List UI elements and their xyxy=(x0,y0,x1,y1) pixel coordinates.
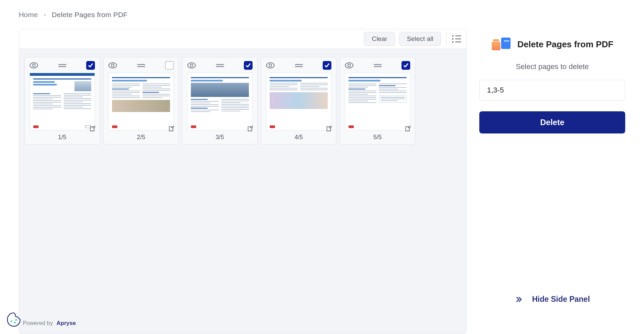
hide-side-panel-button[interactable]: Hide Side Panel xyxy=(479,295,625,304)
page-select-checkbox[interactable] xyxy=(401,61,410,70)
drag-handle-icon[interactable] xyxy=(373,64,382,67)
page-preview-image xyxy=(108,73,174,130)
clear-button[interactable]: Clear xyxy=(364,32,395,46)
delete-pages-tool-icon: PDF xyxy=(491,38,511,50)
page-preview-image xyxy=(30,73,95,130)
cookie-icon[interactable] xyxy=(5,311,22,328)
page-thumbnail[interactable]: 1/5 xyxy=(24,57,100,145)
page-preview-image xyxy=(266,73,331,130)
panel-subtitle: Select pages to delete xyxy=(479,62,625,71)
preview-icon[interactable] xyxy=(266,62,275,68)
hide-side-panel-label: Hide Side Panel xyxy=(532,295,590,304)
preview-icon[interactable] xyxy=(30,62,38,68)
page-select-checkbox[interactable] xyxy=(165,61,174,70)
page-thumbnail[interactable]: 3/5 xyxy=(182,57,258,145)
preview-icon[interactable] xyxy=(345,62,354,68)
page-range-input[interactable] xyxy=(479,80,625,101)
drag-handle-icon[interactable] xyxy=(294,64,304,67)
rotate-page-icon[interactable] xyxy=(404,125,412,133)
chevron-right-icon: › xyxy=(44,12,46,18)
viewer-panel: Clear Select all 1/52/53/54/55/5 xyxy=(19,29,467,334)
svg-point-0 xyxy=(33,64,35,67)
drag-handle-icon[interactable] xyxy=(137,64,146,67)
viewer-toolbar: Clear Select all xyxy=(19,29,467,49)
side-panel: PDF Delete Pages from PDF Select pages t… xyxy=(479,29,625,334)
select-all-button[interactable]: Select all xyxy=(399,32,441,46)
svg-point-7 xyxy=(15,319,17,321)
drag-handle-icon[interactable] xyxy=(58,64,67,67)
page-thumbnail[interactable]: 2/5 xyxy=(103,57,179,145)
breadcrumb-current: Delete Pages from PDF xyxy=(52,11,127,19)
list-view-icon[interactable] xyxy=(452,34,462,44)
page-thumbnail[interactable]: 4/5 xyxy=(261,57,336,145)
rotate-page-icon[interactable] xyxy=(325,125,333,133)
preview-icon[interactable] xyxy=(108,62,117,68)
delete-button[interactable]: Delete xyxy=(479,111,625,133)
page-number-label: 2/5 xyxy=(108,134,174,141)
page-number-label: 1/5 xyxy=(30,134,95,141)
page-number-label: 5/5 xyxy=(345,134,410,141)
svg-point-1 xyxy=(111,64,114,67)
page-number-label: 3/5 xyxy=(187,134,253,141)
thumbnail-canvas: 1/52/53/54/55/5 xyxy=(19,49,467,334)
preview-icon[interactable] xyxy=(187,62,196,68)
page-preview-image xyxy=(187,73,253,130)
powered-by-footer: Powered by Apryse xyxy=(23,320,76,327)
breadcrumb-home[interactable]: Home xyxy=(19,11,38,19)
svg-point-5 xyxy=(11,321,12,322)
page-preview-image xyxy=(345,73,410,130)
page-select-checkbox[interactable] xyxy=(244,61,253,70)
page-thumbnail[interactable]: 5/5 xyxy=(340,57,415,145)
panel-title: Delete Pages from PDF xyxy=(517,39,613,50)
drag-handle-icon[interactable] xyxy=(215,64,225,67)
breadcrumb: Home › Delete Pages from PDF xyxy=(19,11,625,19)
chevron-double-right-icon xyxy=(515,295,523,303)
brand-link[interactable]: Apryse xyxy=(57,320,76,326)
svg-point-6 xyxy=(14,322,16,324)
rotate-page-icon[interactable] xyxy=(89,125,96,133)
svg-point-3 xyxy=(269,64,272,67)
page-number-label: 4/5 xyxy=(266,134,331,141)
rotate-page-icon[interactable] xyxy=(247,125,254,133)
page-select-checkbox[interactable] xyxy=(323,61,331,70)
rotate-page-icon[interactable] xyxy=(168,125,175,133)
toolbar-divider xyxy=(446,32,447,46)
svg-point-2 xyxy=(190,64,193,67)
page-select-checkbox[interactable] xyxy=(86,61,95,70)
svg-point-4 xyxy=(348,64,351,67)
